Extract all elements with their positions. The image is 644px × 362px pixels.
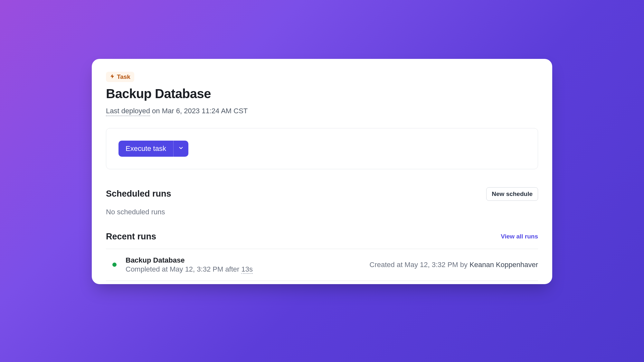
task-card: Task Backup Database Last deployed on Ma… (92, 59, 552, 284)
run-info: Backup Database Completed at May 12, 3:3… (126, 256, 370, 274)
chevron-down-icon (178, 145, 184, 152)
task-badge: Task (106, 72, 134, 82)
run-name: Backup Database (126, 256, 370, 265)
execute-task-button[interactable]: Execute task (118, 141, 173, 157)
view-all-runs-link[interactable]: View all runs (501, 233, 538, 240)
page-title: Backup Database (106, 87, 538, 101)
run-completed-prefix: Completed at May 12, 3:32 PM after (126, 265, 242, 273)
no-scheduled-runs-text: No scheduled runs (106, 208, 538, 216)
by-label: by (458, 261, 469, 269)
run-completed-text: Completed at May 12, 3:32 PM after 13s (126, 265, 370, 274)
execute-panel: Execute task (106, 128, 538, 169)
recent-runs-header: Recent runs View all runs (106, 232, 538, 242)
execute-button-group: Execute task (118, 141, 188, 157)
created-at-time: May 12, 3:32 PM (404, 261, 458, 269)
deploy-info: Last deployed on Mar 6, 2023 11:24 AM CS… (106, 107, 538, 115)
run-row[interactable]: Backup Database Completed at May 12, 3:3… (106, 249, 538, 281)
new-schedule-button[interactable]: New schedule (486, 187, 538, 201)
last-deployed-time: on Mar 6, 2023 11:24 AM CST (150, 107, 248, 115)
lightning-icon (110, 73, 115, 80)
recent-runs-list: Backup Database Completed at May 12, 3:3… (106, 249, 538, 281)
run-author: Keanan Koppenhaver (469, 261, 538, 269)
last-deployed-label: Last deployed (106, 107, 150, 116)
created-at-label: Created at (370, 261, 405, 269)
run-duration: 13s (242, 265, 253, 274)
scheduled-runs-header: Scheduled runs New schedule (106, 187, 538, 201)
status-success-icon (112, 263, 117, 267)
run-meta: Created at May 12, 3:32 PM by Keanan Kop… (370, 261, 538, 269)
task-badge-label: Task (117, 73, 130, 80)
scheduled-runs-title: Scheduled runs (106, 189, 171, 199)
recent-runs-title: Recent runs (106, 232, 156, 242)
execute-dropdown-button[interactable] (173, 141, 188, 157)
